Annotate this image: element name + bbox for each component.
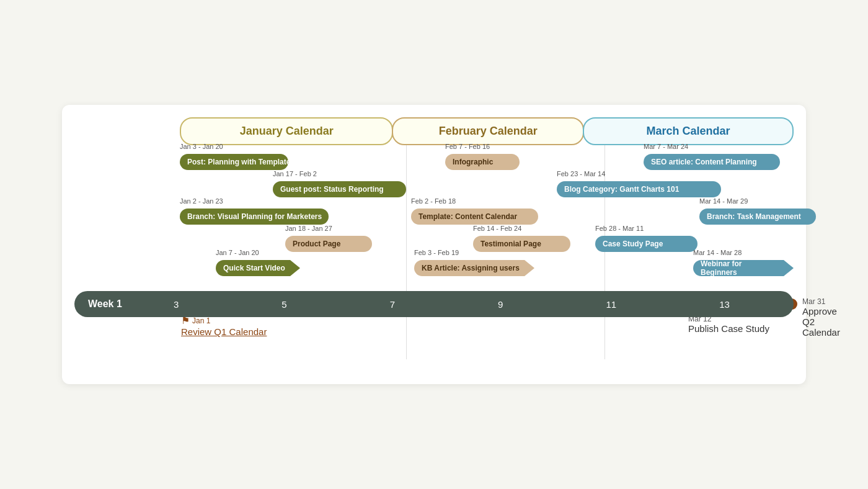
bar-date-2: Jan 17 - Feb 2 [273, 170, 317, 177]
bar-date-3: Jan 2 - Jan 23 [180, 197, 223, 205]
tick-7: 7 [390, 299, 395, 310]
january-calendar-header: January Calendar [180, 117, 393, 145]
bar-case-study: Feb 28 - Mar 11 Case Study Page [595, 236, 698, 252]
bar-branch-task: Mar 14 - Mar 29 Branch: Task Management [699, 209, 816, 225]
bar-date-10: Feb 23 - Mar 14 [557, 170, 605, 177]
bar-seo-article: Mar 7 - Mar 24 SEO article: Content Plan… [644, 154, 780, 170]
bar-label-1: Post: Planning with Templates [187, 158, 294, 166]
bar-blog-gantt: Feb 23 - Mar 14 Blog Category: Gantt Cha… [557, 181, 721, 197]
bar-kb-article: Feb 3 - Feb 19 KB Article: Assigning use… [414, 260, 534, 276]
mar-header-label: March Calendar [647, 125, 730, 137]
february-calendar-header: February Calendar [392, 117, 584, 145]
milestone-text-0[interactable]: Review Q1 Calendar [181, 326, 267, 337]
milestone-text-5: Approve Q2 Calendar [802, 306, 840, 338]
timeline-week-label: Week 1 [74, 298, 122, 310]
bar-product-page: Jan 18 - Jan 27 Product Page [285, 236, 372, 252]
bar-infographic: Feb 7 - Feb 16 Infographic [445, 154, 520, 170]
tick-9: 9 [498, 299, 503, 310]
tick-13: 13 [719, 299, 730, 310]
bar-date-1: Jan 3 - Jan 20 [180, 143, 223, 150]
tick-5: 5 [281, 299, 286, 310]
bar-label-8: Testimonial Page [480, 240, 541, 248]
milestone-date-5: Mar 31 [802, 297, 840, 306]
bar-date-6: Feb 7 - Feb 16 [445, 143, 490, 150]
bar-template-content: Feb 2 - Feb 18 Template: Content Calenda… [411, 209, 538, 225]
milestone-date-0: Jan 1 [192, 316, 210, 325]
divider-jan-feb [406, 145, 407, 291]
main-container: January Calendar February Calendar March… [62, 105, 806, 384]
tick-11: 11 [606, 299, 617, 310]
bar-date-7: Feb 2 - Feb 18 [411, 197, 456, 205]
bar-label-10: Blog Category: Gantt Charts 101 [564, 185, 679, 194]
bar-date-13: Mar 14 - Mar 29 [699, 197, 748, 205]
bar-label-7: Template: Content Calendar [418, 212, 517, 221]
bar-label-4: Product Page [293, 240, 340, 248]
bar-label-6: Infographic [453, 158, 493, 166]
bar-post-planning: Jan 3 - Jan 20 Post: Planning with Templ… [180, 154, 288, 170]
bar-label-3: Branch: Visual Planning for Marketers [187, 212, 322, 221]
bar-date-5: Jan 7 - Jan 20 [216, 249, 259, 256]
feb-header-label: February Calendar [439, 125, 538, 137]
milestone-review-q1: ⚑ Jan 1 Review Q1 Calendar [181, 315, 267, 337]
bar-date-9: Feb 3 - Feb 19 [414, 249, 459, 256]
tick-3: 3 [174, 299, 179, 310]
milestone-approve-q2: Mar 31 Approve Q2 Calendar [786, 297, 840, 338]
bar-label-13: Branch: Task Management [707, 212, 801, 221]
bar-guest-post: Jan 17 - Feb 2 Guest post: Status Report… [273, 181, 406, 197]
milestone-publish-case: Mar 12 Publish Case Study [688, 315, 769, 334]
bar-quick-start: Jan 7 - Jan 20 Quick Start Video [216, 260, 300, 276]
jan-header-label: January Calendar [240, 125, 334, 137]
timeline-ticks: 3 5 7 9 11 13 [122, 299, 794, 310]
milestone-text-4: Publish Case Study [688, 323, 769, 334]
gantt-bars-area: Jan 3 - Jan 20 Post: Planning with Templ… [74, 145, 794, 291]
bar-date-11: Feb 28 - Mar 11 [595, 225, 644, 232]
bar-label-12: SEO article: Content Planning [651, 158, 757, 166]
bar-label-2: Guest post: Status Reporting [280, 185, 384, 194]
bar-testimonial: Feb 14 - Feb 24 Testimonial Page [473, 236, 570, 252]
bar-date-8: Feb 14 - Feb 24 [473, 225, 521, 232]
bar-branch-visual: Jan 2 - Jan 23 Branch: Visual Planning f… [180, 209, 329, 225]
bar-date-14: Mar 14 - Mar 28 [693, 249, 742, 256]
march-calendar-header: March Calendar [583, 117, 794, 145]
bar-webinar: Mar 14 - Mar 28 Webinar for Beginners [693, 260, 794, 276]
bar-date-4: Jan 18 - Jan 27 [285, 225, 332, 232]
calendar-headers: January Calendar February Calendar March… [180, 117, 794, 145]
bar-label-11: Case Study Page [603, 240, 663, 248]
timeline-bar: Week 1 3 5 7 9 11 13 [74, 291, 794, 317]
bar-date-12: Mar 7 - Mar 24 [644, 143, 688, 150]
divider-feb-mar [604, 145, 605, 291]
